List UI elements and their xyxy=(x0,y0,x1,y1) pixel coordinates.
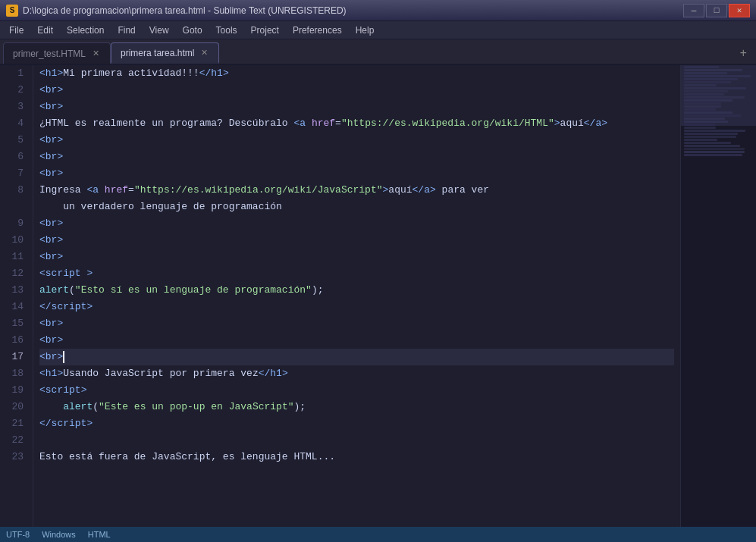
token-text: Usando JavaScript por primera vez xyxy=(63,365,258,382)
title-bar: S D:\logica de programacion\primera tare… xyxy=(0,0,756,21)
line-number: 9 xyxy=(6,215,24,232)
line-number: 18 xyxy=(6,365,24,382)
token-bracket: < xyxy=(39,82,45,99)
token-bracket: > xyxy=(57,365,63,382)
token-bracket: > xyxy=(554,115,560,132)
token-text: aquí xyxy=(388,182,412,199)
token-bracket: < xyxy=(39,265,45,282)
menu-item-edit[interactable]: Edit xyxy=(31,23,59,37)
token-tag: h1 xyxy=(45,65,58,82)
menu-item-preferences[interactable]: Preferences xyxy=(287,23,348,37)
menu-item-selection[interactable]: Selection xyxy=(61,23,110,37)
minimize-button[interactable]: — xyxy=(683,4,704,17)
code-line xyxy=(39,432,674,449)
menu-item-help[interactable]: Help xyxy=(350,23,381,37)
token-tag: br xyxy=(45,232,58,249)
menu-item-tools[interactable]: Tools xyxy=(210,23,243,37)
line-number: 1 xyxy=(6,65,24,82)
minimap-line xyxy=(684,78,738,80)
minimap-line xyxy=(684,87,746,89)
tab-primer-test[interactable]: primer_test.HTML ✕ xyxy=(3,42,111,64)
menu-item-project[interactable]: Project xyxy=(245,23,285,37)
line-number: 17 xyxy=(6,349,24,365)
line-number: 13 xyxy=(6,282,24,299)
minimap-line xyxy=(684,127,716,129)
token-bracket: < xyxy=(39,165,45,182)
token-bracket: < xyxy=(39,249,45,265)
minimap xyxy=(680,65,756,527)
line-numbers: 1234567891011121314151617181920212223 xyxy=(0,65,33,527)
token-bracket: </ xyxy=(39,299,52,315)
code-line: <script> xyxy=(39,382,674,399)
line-number: 15 xyxy=(6,315,24,332)
token-bracket: < xyxy=(86,182,93,199)
code-line: Esto está fuera de JavaScript, es lengua… xyxy=(39,449,674,465)
menu-item-find[interactable]: Find xyxy=(111,23,141,37)
token-bracket: </ xyxy=(199,65,212,82)
line-number: 16 xyxy=(6,332,24,349)
token-bracket: </ xyxy=(584,115,596,132)
app-icon: S xyxy=(6,5,18,17)
status-language: HTML xyxy=(88,530,111,539)
minimap-viewport xyxy=(681,65,756,126)
line-number: 5 xyxy=(6,132,24,149)
line-number: 2 xyxy=(6,82,24,99)
token-attr: href xyxy=(105,182,128,199)
token-tag: a xyxy=(424,182,430,199)
token-bracket: < xyxy=(39,332,45,349)
token-bracket: > xyxy=(223,65,229,82)
minimap-line xyxy=(684,139,717,141)
add-tab-button[interactable]: + xyxy=(733,44,753,64)
token-bracket: > xyxy=(430,182,436,199)
token-text2: wiki/HTML" xyxy=(495,115,554,132)
token-bracket: < xyxy=(39,215,45,232)
menu-item-goto[interactable]: Goto xyxy=(177,23,209,37)
minimap-line xyxy=(684,72,727,74)
minimap-line xyxy=(684,151,745,153)
token-bracket: > xyxy=(57,99,63,115)
code-line: alert("Esto sí es un lenguaje de program… xyxy=(39,282,674,299)
token-equals: = xyxy=(128,182,134,199)
tab-primera-tarea[interactable]: primera tarea.html ✕ xyxy=(111,42,219,64)
close-button[interactable]: ✕ xyxy=(729,4,750,17)
menu-item-view[interactable]: View xyxy=(143,23,175,37)
token-bracket: < xyxy=(39,149,45,165)
token-bracket: < xyxy=(39,349,45,365)
tab-label: primera tarea.html xyxy=(121,48,194,58)
menu-item-file[interactable]: File xyxy=(3,23,30,37)
minimap-line xyxy=(684,108,716,111)
token-tag: script xyxy=(52,415,87,432)
token-string: "https://es.wikipedia.org/ xyxy=(341,115,495,132)
token-text: ¿HTML es realmente un programa? Descúbra… xyxy=(39,115,293,132)
code-line: un verdadero lenguaje de programación xyxy=(39,199,674,215)
minimap-line xyxy=(684,93,724,96)
minimap-line xyxy=(684,124,715,126)
minimap-line xyxy=(684,81,731,83)
minimap-line xyxy=(684,66,719,68)
tab-close-icon[interactable]: ✕ xyxy=(199,48,209,58)
token-bracket: > xyxy=(57,65,63,82)
minimap-line xyxy=(684,96,745,99)
token-text: un verdadero lenguaje de programación xyxy=(39,199,282,215)
token-bracket: > xyxy=(57,132,63,149)
code-line: <br> xyxy=(39,249,674,265)
tab-close-icon[interactable]: ✕ xyxy=(90,49,101,59)
token-tag: script xyxy=(52,299,87,315)
token-string: "Esto sí es un lenguaje de programación" xyxy=(75,282,312,299)
token-tag: br xyxy=(45,349,58,365)
status-line-ending: Windows xyxy=(42,530,76,539)
token-bracket: > xyxy=(86,415,93,432)
token-tag: br xyxy=(45,332,58,349)
line-number: 23 xyxy=(6,449,24,465)
token-bracket: </ xyxy=(413,182,425,199)
minimap-line xyxy=(684,90,728,92)
token-bracket: > xyxy=(57,349,63,365)
minimap-line xyxy=(684,99,732,102)
title-bar-left: S D:\logica de programacion\primera tare… xyxy=(6,5,347,17)
token-paren: ( xyxy=(93,399,99,415)
minimap-line xyxy=(684,102,721,105)
line-number: 22 xyxy=(6,432,24,449)
code-area[interactable]: <h1>Mi primera actividad!!!</h1><br><br>… xyxy=(33,65,680,527)
maximize-button[interactable]: □ xyxy=(706,4,727,17)
minimap-line xyxy=(684,136,736,138)
